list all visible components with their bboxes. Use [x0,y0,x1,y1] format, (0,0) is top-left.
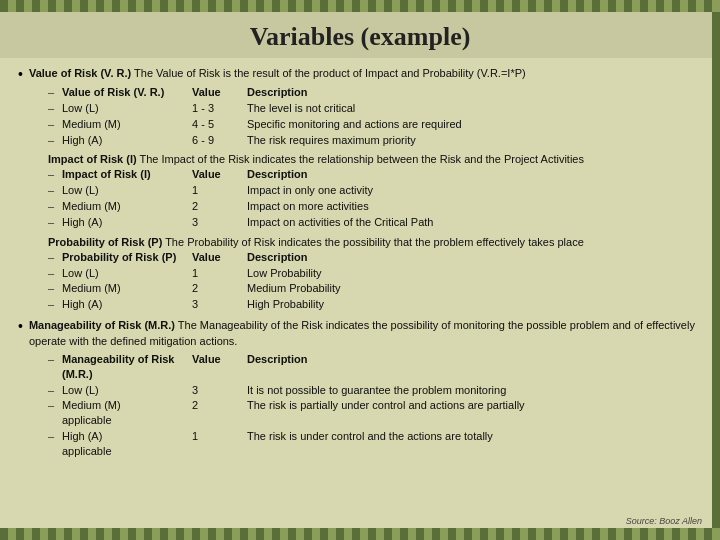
table-row: – High (A) 3 High Probability [48,297,702,312]
probability-of-risk-table: – Probability of Risk (P) Value Descript… [48,250,702,312]
bottom-bar [0,528,720,540]
main-bullet-2: • Manageability of Risk (M.R.) The Manag… [18,318,702,349]
main-bullet-1: • Value of Risk (V. R.) The Value of Ris… [18,66,702,82]
section-probability-of-risk: Probability of Risk (P) The Probability … [18,236,702,312]
table-row: – Medium (M) 2 Impact on more activities [48,199,702,214]
table-row: – Impact of Risk (I) Value Description [48,167,702,182]
table-row: – Low (L) 1 Impact in only one activity [48,183,702,198]
impact-of-risk-table: – Impact of Risk (I) Value Description –… [48,167,702,229]
table-row: – High (A) 3 Impact on activities of the… [48,215,702,230]
section-impact-of-risk: Impact of Risk (I) The Impact of the Ris… [18,153,702,229]
table-row: – Probability of Risk (P) Value Descript… [48,250,702,265]
section-manageability: • Manageability of Risk (M.R.) The Manag… [18,318,702,459]
bullet-2-text: Manageability of Risk (M.R.) The Managea… [29,318,702,349]
content: • Value of Risk (V. R.) The Value of Ris… [0,58,720,540]
table-row: – High (A) 6 - 9 The risk requires maxim… [48,133,702,148]
page-title: Variables (example) [0,22,720,52]
manageability-table: – Manageability of Risk (M.R.) Value Des… [48,352,702,459]
bullet-1: • [18,66,23,82]
right-bar [712,12,720,528]
table-row: – Manageability of Risk (M.R.) Value Des… [48,352,702,382]
table-row: – Low (L) 1 - 3 The level is not critica… [48,101,702,116]
table-row: – Medium (M)applicable 2 The risk is par… [48,398,702,428]
value-of-risk-table: – Value of Risk (V. R.) Value Descriptio… [48,85,702,147]
source-label: Source: Booz Allen [626,516,702,526]
bullet-1-text: Value of Risk (V. R.) The Value of Risk … [29,66,526,81]
title-area: Variables (example) [0,12,720,58]
probability-intro: Probability of Risk (P) The Probability … [48,236,702,248]
table-row: – Value of Risk (V. R.) Value Descriptio… [48,85,702,100]
page: Variables (example) • Value of Risk (V. … [0,0,720,540]
table-row: – Medium (M) 4 - 5 Specific monitoring a… [48,117,702,132]
top-bar [0,0,720,12]
table-row: – Medium (M) 2 Medium Probability [48,281,702,296]
table-row: – Low (L) 3 It is not possible to guaran… [48,383,702,398]
bullet-2: • [18,318,23,334]
impact-intro: Impact of Risk (I) The Impact of the Ris… [48,153,702,165]
section-value-of-risk: • Value of Risk (V. R.) The Value of Ris… [18,66,702,147]
table-row: – Low (L) 1 Low Probability [48,266,702,281]
table-row: – High (A)applicable 1 The risk is under… [48,429,702,459]
